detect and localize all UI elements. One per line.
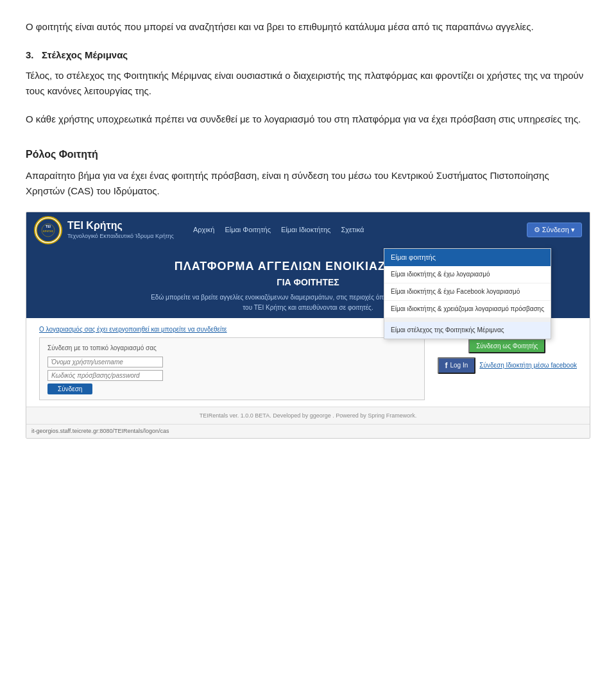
section-title-3: Στέλεχος Μέριμνας [42,49,128,60]
section-3: 3. Στέλεχος Μέριμνας Τέλος, το στέλεχος … [26,47,590,99]
tei-footer: TEIRentals ver. 1.0.0 BETA. Developed by… [26,407,590,424]
dropdown-item-highlighted[interactable]: Είμαι στέλεχος της Φοιτητικής Μέριμνας [384,322,551,339]
tei-main: Είμαι φοιτητής Είμαι ιδιοκτήτης & έχω λο… [26,248,590,425]
username-input[interactable] [47,357,163,367]
dropdown-item-1[interactable]: Είμαι ιδιοκτήτης & έχω λογαριασμό [384,266,551,283]
nav-home[interactable]: Αρχική [193,224,214,236]
screenshot-container: ΤΕΙ ΚΡΗΤΗΣ ΤΕΙ Κρήτης Τεχνολογικό Εκπαιδ… [26,212,590,439]
login-button[interactable]: ⚙ Σύνδεση ▾ [527,223,582,237]
login-submit[interactable]: Σύνδεση [47,384,92,394]
dropdown-header: Είμαι φοιτητής [384,249,551,267]
nav-student[interactable]: Είμαι Φοιτητής [225,224,271,236]
tei-logo: ΤΕΙ ΚΡΗΤΗΣ ΤΕΙ Κρήτης Τεχνολογικό Εκπαιδ… [34,216,174,244]
status-bar: it-georgios.staff.teicrete.gr:8080/TEIRe… [26,424,590,437]
student-login-btn[interactable]: Σύνδεση ως Φοιτητής [468,339,545,353]
facebook-login-label: Log In [450,362,468,369]
tei-nav: Αρχική Είμαι Φοιτητής Είμαι Ιδιοκτήτης Σ… [193,224,520,236]
role-body: Απαραίτητο βήμα για να έχει ένας φοιτητή… [26,168,590,199]
svg-text:ΤΕΙ: ΤΕΙ [46,224,51,228]
login-form-title: Σύνδεση με το τοπικό λογαριασμό σας [47,343,416,353]
facebook-icon: f [445,361,448,370]
login-left-panel: Ο λογαριασμός σας έχει ενεργοποιηθεί και… [39,325,425,400]
footer-text: TEIRentals ver. 1.0.0 BETA. Developed by… [200,412,417,419]
tei-logo-subtitle: Τεχνολογικό Εκπαιδευτικό Ίδρυμα Κρήτης [67,232,174,240]
activation-link[interactable]: Ο λογαριασμός σας έχει ενεργοποιηθεί και… [39,326,227,333]
dropdown-menu[interactable]: Είμαι φοιτητής Είμαι ιδιοκτήτης & έχω λο… [384,248,551,340]
svg-text:ΚΡΗΤΗΣ: ΚΡΗΤΗΣ [43,230,54,233]
facebook-owner-link[interactable]: Σύνδεση Ιδιοκτήτη μέσω facebook [479,360,577,371]
password-input[interactable] [47,370,163,381]
facebook-login-btn[interactable]: f Log In [438,357,476,374]
dropdown-item-2[interactable]: Είμαι ιδιοκτήτης & έχω Facebook λογαριασ… [384,283,551,301]
page-content: Ο φοιτητής είναι αυτός που μπορεί να ανα… [0,0,616,464]
tei-logo-circle: ΤΕΙ ΚΡΗΤΗΣ [34,216,62,244]
section-3-body: Τέλος, το στέλεχος της Φοιτητικής Μέριμν… [26,68,590,99]
paragraph-3: Ο κάθε χρήστης υποχρεωτικά πρέπει να συν… [26,112,590,127]
role-section: Ρόλος Φοιτητή Απαραίτητο βήμα για να έχε… [26,146,590,199]
login-form: Σύνδεση με το τοπικό λογαριασμό σας Σύνδ… [39,337,425,400]
nav-about[interactable]: Σχετικά [341,224,364,236]
section-number-3: 3. [26,49,34,60]
role-title: Ρόλος Φοιτητή [26,146,590,163]
nav-owner[interactable]: Είμαι Ιδιοκτήτης [281,224,330,236]
dropdown-item-3[interactable]: Είμαι ιδιοκτήτης & χρειάζομαι λογαριασμό… [384,301,551,318]
status-url: it-georgios.staff.teicrete.gr:8080/TEIRe… [31,428,169,434]
paragraph-1: Ο φοιτητής είναι αυτός που μπορεί να ανα… [26,19,590,35]
tei-logo-name: ΤΕΙ Κρήτης [67,219,174,232]
tei-header: ΤΕΙ ΚΡΗΤΗΣ ΤΕΙ Κρήτης Τεχνολογικό Εκπαιδ… [26,212,590,248]
